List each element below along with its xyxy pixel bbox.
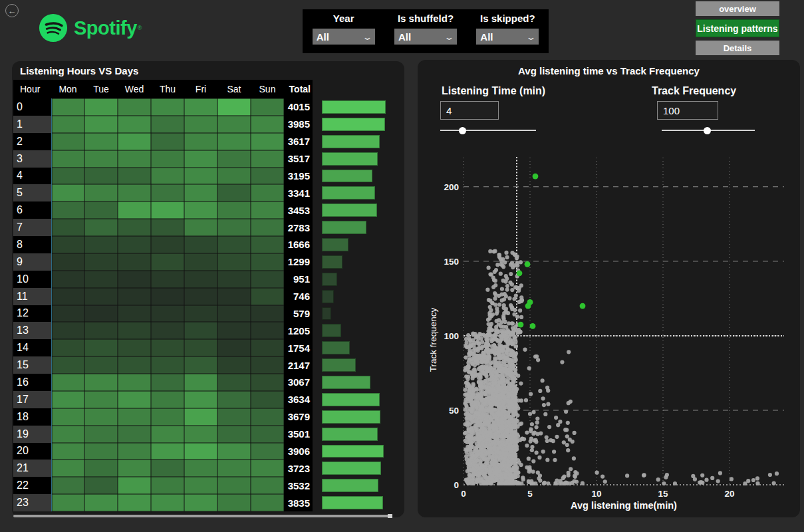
scatter-point[interactable]	[491, 285, 495, 289]
heatmap-cell[interactable]	[251, 133, 284, 150]
heatmap-cell[interactable]	[84, 426, 118, 443]
scatter-point[interactable]	[494, 402, 498, 406]
scatter-point[interactable]	[693, 477, 697, 481]
scatter-point[interactable]	[504, 338, 508, 342]
scatter-point[interactable]	[505, 284, 509, 288]
scatter-point[interactable]	[497, 434, 501, 438]
scatter-point[interactable]	[501, 334, 505, 338]
scatter-point[interactable]	[505, 354, 509, 358]
scatter-point[interactable]	[510, 288, 514, 292]
heatmap-cell[interactable]	[151, 426, 184, 443]
scatter-point[interactable]	[498, 380, 502, 384]
scatter-point[interactable]	[718, 471, 722, 475]
scatter-point[interactable]	[468, 436, 471, 440]
scatter-point[interactable]	[484, 337, 488, 341]
scatter-point[interactable]	[469, 446, 473, 450]
scatter-point[interactable]	[469, 398, 473, 402]
scatter-point[interactable]	[477, 354, 481, 358]
scatter-point[interactable]	[471, 331, 475, 335]
scatter-point[interactable]	[531, 432, 535, 436]
scatter-point[interactable]	[519, 260, 523, 264]
scatter-point[interactable]	[509, 454, 513, 458]
heatmap-cell[interactable]	[217, 98, 251, 116]
scatter-point[interactable]	[463, 392, 467, 396]
scatter-point[interactable]	[755, 476, 759, 480]
scatter-point[interactable]	[527, 457, 531, 461]
scatter-point[interactable]	[491, 393, 495, 397]
scatter-point[interactable]	[512, 384, 516, 388]
scatter-point[interactable]	[480, 359, 484, 363]
scatter-point[interactable]	[471, 382, 475, 386]
heatmap-cell[interactable]	[84, 98, 118, 116]
scatter-point[interactable]	[465, 479, 469, 483]
scatter-point[interactable]	[489, 339, 493, 343]
scatter-point[interactable]	[464, 398, 468, 402]
heatmap-cell[interactable]	[184, 374, 217, 391]
scatter-point[interactable]	[507, 445, 511, 449]
scatter-point[interactable]	[475, 453, 479, 457]
skipped-dropdown[interactable]: All ⌄	[476, 29, 539, 45]
heatmap-cell[interactable]	[184, 477, 217, 494]
scatter-point[interactable]	[480, 340, 484, 344]
scatter-point[interactable]	[470, 405, 474, 409]
heatmap-cell[interactable]	[118, 98, 151, 116]
scatter-point[interactable]	[509, 428, 513, 432]
scatter-point[interactable]	[545, 435, 549, 439]
scatter-point[interactable]	[500, 287, 504, 291]
scatter-point[interactable]	[500, 299, 504, 303]
scatter-point[interactable]	[487, 456, 491, 460]
scatter-point[interactable]	[567, 350, 571, 354]
scatter-point[interactable]	[546, 388, 550, 392]
heatmap-cell[interactable]	[217, 408, 251, 426]
heatmap-cell[interactable]	[51, 288, 84, 305]
scatter-point[interactable]	[519, 422, 523, 426]
scatter-point[interactable]	[515, 444, 519, 448]
scatter-point[interactable]	[710, 476, 714, 480]
scatter-point[interactable]	[500, 424, 504, 428]
scatter-point[interactable]	[505, 439, 509, 443]
scatter-point[interactable]	[493, 297, 497, 301]
heatmap-cell[interactable]	[118, 201, 151, 219]
heatmap-cell[interactable]	[217, 460, 251, 477]
heatmap-cell[interactable]	[118, 116, 151, 133]
scatter-point[interactable]	[487, 421, 491, 425]
scatter-point[interactable]	[507, 321, 511, 325]
heatmap-cell[interactable]	[151, 201, 184, 219]
scatter-point[interactable]	[556, 423, 560, 427]
heatmap-cell[interactable]	[184, 443, 217, 460]
scatter-point[interactable]	[516, 406, 520, 410]
total-bar[interactable]	[322, 445, 384, 458]
scatter-point[interactable]	[518, 330, 522, 334]
heatmap-cell[interactable]	[51, 305, 84, 323]
scatter-point[interactable]	[772, 481, 776, 485]
heatmap-cell[interactable]	[151, 477, 184, 494]
scatter-point[interactable]	[507, 410, 511, 414]
scatter-point[interactable]	[504, 370, 508, 374]
total-bar[interactable]	[322, 376, 370, 389]
scatter-point[interactable]	[534, 440, 538, 444]
scatter-point[interactable]	[511, 434, 515, 438]
scatter-point[interactable]	[507, 296, 511, 300]
heatmap-cell[interactable]	[151, 322, 184, 339]
scatter-point[interactable]	[498, 451, 502, 455]
scatter-point[interactable]	[479, 380, 483, 384]
scatter-point[interactable]	[473, 356, 477, 360]
scatter-point[interactable]	[673, 481, 677, 485]
year-dropdown[interactable]: All ⌄	[313, 29, 375, 45]
scatter-point[interactable]	[515, 440, 519, 444]
scatter-point[interactable]	[468, 417, 472, 421]
scatter-point[interactable]	[487, 298, 491, 302]
scatter-point[interactable]	[485, 451, 489, 455]
heatmap-cell[interactable]	[51, 253, 84, 271]
heatmap-cell[interactable]	[151, 219, 184, 236]
scatter-point[interactable]	[507, 421, 511, 425]
heatmap-cell[interactable]	[84, 494, 118, 511]
scatter-point[interactable]	[552, 450, 556, 454]
scatter-point[interactable]	[497, 255, 501, 259]
scatter-point[interactable]	[572, 456, 576, 460]
heatmap-cell[interactable]	[251, 168, 284, 185]
scatter-point[interactable]	[466, 377, 469, 381]
heatmap-cell[interactable]	[151, 116, 184, 133]
scatter-point[interactable]	[475, 388, 479, 392]
total-bar[interactable]	[322, 428, 378, 441]
